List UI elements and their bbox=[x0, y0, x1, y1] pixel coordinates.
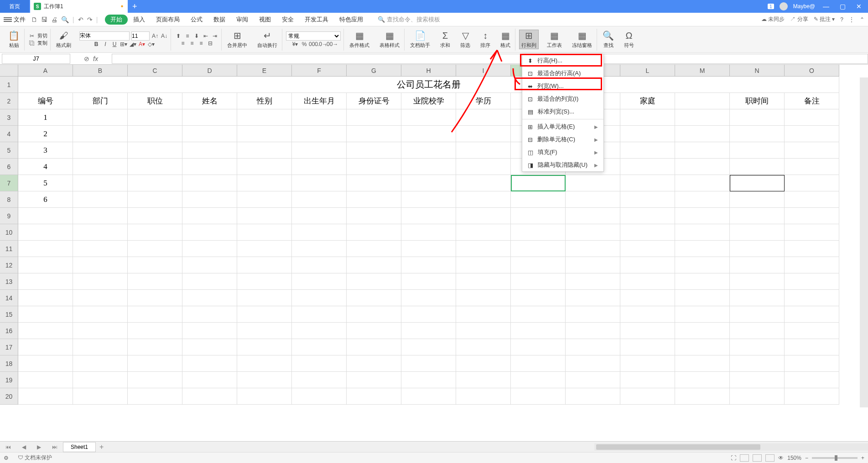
cell[interactable] bbox=[182, 142, 237, 159]
cell[interactable] bbox=[128, 175, 182, 191]
cell[interactable] bbox=[73, 208, 128, 224]
cell[interactable] bbox=[730, 257, 785, 273]
dropdown-item-7[interactable]: ◫填充(F)▶ bbox=[522, 146, 603, 159]
tab-start[interactable]: 开始 bbox=[105, 15, 128, 25]
cell[interactable] bbox=[456, 159, 511, 175]
user-avatar[interactable] bbox=[780, 2, 788, 10]
align-center-icon[interactable]: ≡ bbox=[188, 40, 196, 47]
cell[interactable] bbox=[456, 257, 511, 273]
cell[interactable] bbox=[292, 339, 347, 355]
cell[interactable] bbox=[401, 372, 456, 388]
cell[interactable] bbox=[182, 175, 237, 191]
dropdown-item-4[interactable]: ▤标准列宽(S)... bbox=[522, 105, 603, 118]
conditional-format-button[interactable]: ▦条件格式 bbox=[348, 30, 371, 49]
cell[interactable] bbox=[128, 388, 182, 405]
cell[interactable] bbox=[730, 224, 785, 241]
header-cell[interactable]: 姓名 bbox=[182, 93, 237, 109]
cell[interactable] bbox=[347, 339, 401, 355]
cell[interactable] bbox=[292, 191, 347, 208]
dropdown-item-6[interactable]: ⊟删除单元格(C)▶ bbox=[522, 133, 603, 146]
cell[interactable] bbox=[620, 323, 675, 339]
cell[interactable] bbox=[620, 257, 675, 273]
row-col-button[interactable]: ⊞行和列 bbox=[519, 30, 539, 49]
cell[interactable] bbox=[675, 126, 730, 142]
cell[interactable] bbox=[347, 159, 401, 175]
close-button[interactable]: ✕ bbox=[853, 3, 864, 10]
tab-insert[interactable]: 插入 bbox=[128, 13, 151, 26]
cell[interactable] bbox=[182, 323, 237, 339]
header-cell[interactable]: 职时间 bbox=[730, 93, 785, 109]
col-header-E[interactable]: E bbox=[237, 65, 292, 77]
cell[interactable] bbox=[730, 175, 785, 191]
cell[interactable] bbox=[237, 142, 292, 159]
cell[interactable] bbox=[73, 159, 128, 175]
cell[interactable] bbox=[73, 126, 128, 142]
document-tab[interactable]: S 工作簿1 • bbox=[30, 0, 128, 13]
cell[interactable] bbox=[182, 257, 237, 273]
cell[interactable] bbox=[566, 306, 620, 323]
more-icon[interactable]: ⋮ bbox=[849, 16, 854, 23]
cell[interactable] bbox=[456, 191, 511, 208]
cell[interactable] bbox=[675, 339, 730, 355]
header-cell[interactable]: 学历 bbox=[456, 93, 511, 109]
tab-view[interactable]: 视图 bbox=[254, 13, 276, 26]
cell[interactable] bbox=[182, 290, 237, 306]
sum-button[interactable]: Σ求和 bbox=[438, 31, 452, 49]
cell[interactable] bbox=[456, 306, 511, 323]
cell[interactable] bbox=[730, 372, 785, 388]
merge-split-icon[interactable]: ⊟ bbox=[207, 40, 214, 47]
cell[interactable] bbox=[566, 241, 620, 257]
sheet-nav-next[interactable]: ▶ bbox=[31, 444, 47, 450]
row-header-7[interactable]: 7 bbox=[0, 175, 18, 191]
col-header-G[interactable]: G bbox=[347, 65, 401, 77]
row-header-15[interactable]: 15 bbox=[0, 306, 18, 323]
dropdown-item-2[interactable]: ⬌列宽(W)... bbox=[522, 80, 603, 93]
cell[interactable] bbox=[237, 372, 292, 388]
minimize-button[interactable]: — bbox=[821, 3, 832, 10]
cell[interactable] bbox=[511, 290, 566, 306]
cell[interactable] bbox=[566, 323, 620, 339]
dropdown-item-3[interactable]: ⊡最适合的列宽(I) bbox=[522, 93, 603, 105]
cell[interactable] bbox=[73, 175, 128, 191]
cell[interactable] bbox=[785, 175, 839, 191]
indent-right-icon[interactable]: ⇥ bbox=[211, 32, 218, 40]
row-header-10[interactable]: 10 bbox=[0, 224, 18, 241]
col-header-A[interactable]: A bbox=[18, 65, 73, 77]
zoom-value[interactable]: 150% bbox=[787, 455, 801, 461]
fx-icon[interactable]: fx bbox=[93, 55, 98, 62]
cell[interactable] bbox=[620, 388, 675, 405]
col-header-I[interactable]: I bbox=[456, 65, 511, 77]
cell[interactable]: 5 bbox=[18, 175, 73, 191]
cell[interactable] bbox=[292, 290, 347, 306]
dropdown-item-0[interactable]: ⬍行高(H)... bbox=[522, 54, 603, 67]
cell[interactable] bbox=[128, 290, 182, 306]
view-normal-icon[interactable] bbox=[740, 454, 749, 462]
cell[interactable] bbox=[18, 339, 73, 355]
cut-icon[interactable]: ✂ bbox=[28, 32, 36, 40]
cell[interactable] bbox=[237, 355, 292, 372]
cell[interactable] bbox=[128, 224, 182, 241]
cell[interactable] bbox=[401, 257, 456, 273]
row-header-2[interactable]: 2 bbox=[0, 93, 18, 109]
cell[interactable] bbox=[566, 388, 620, 405]
bold-icon[interactable]: B bbox=[93, 41, 100, 48]
cell[interactable] bbox=[620, 306, 675, 323]
cell[interactable] bbox=[347, 372, 401, 388]
cell[interactable] bbox=[511, 372, 566, 388]
hamburger-icon[interactable] bbox=[4, 16, 12, 23]
cell[interactable] bbox=[182, 372, 237, 388]
cell[interactable]: 6 bbox=[18, 191, 73, 208]
cell[interactable] bbox=[401, 208, 456, 224]
tab-formula[interactable]: 公式 bbox=[185, 13, 208, 26]
cell[interactable] bbox=[785, 306, 839, 323]
horizontal-scrollbar[interactable] bbox=[594, 443, 868, 451]
sheet-nav-first[interactable]: ⏮ bbox=[0, 444, 16, 450]
dropdown-item-1[interactable]: ⊡最适合的行高(A) bbox=[522, 67, 603, 80]
cell[interactable] bbox=[128, 208, 182, 224]
cell[interactable] bbox=[18, 273, 73, 290]
dropdown-item-8[interactable]: ◨隐藏与取消隐藏(U)▶ bbox=[522, 159, 603, 171]
cell[interactable] bbox=[566, 355, 620, 372]
tab-dev[interactable]: 开发工具 bbox=[299, 13, 334, 26]
row-header-1[interactable]: 1 bbox=[0, 77, 18, 93]
save-icon[interactable]: 🗋 bbox=[31, 16, 37, 23]
